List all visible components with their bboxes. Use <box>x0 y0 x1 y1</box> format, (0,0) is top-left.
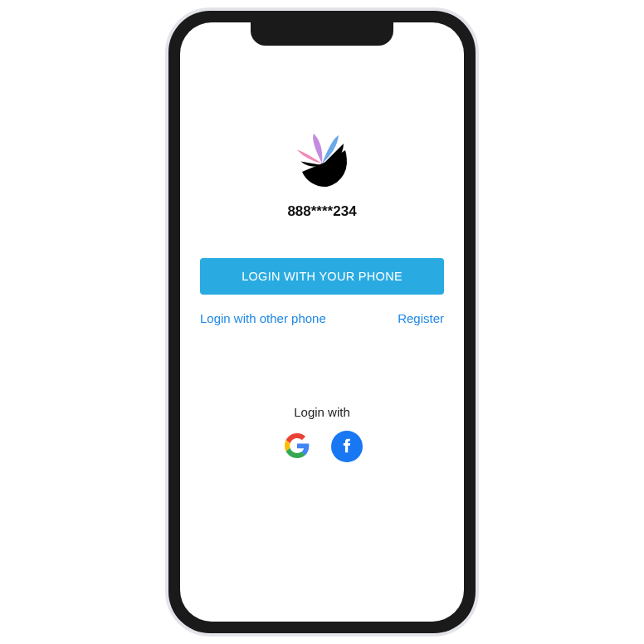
login-with-label: Login with <box>294 405 350 419</box>
app-logo <box>290 132 354 193</box>
masked-phone-number: 888****234 <box>287 203 356 220</box>
facebook-login-button[interactable] <box>331 431 363 462</box>
phone-bezel: 888****234 LOGIN WITH YOUR PHONE Login w… <box>168 11 476 633</box>
register-link[interactable]: Register <box>398 311 444 325</box>
login-with-phone-button[interactable]: LOGIN WITH YOUR PHONE <box>200 258 444 295</box>
secondary-links-row: Login with other phone Register <box>200 311 444 325</box>
facebook-icon <box>339 437 355 456</box>
phone-frame: 888****234 LOGIN WITH YOUR PHONE Login w… <box>165 7 479 637</box>
social-login-row <box>281 431 363 462</box>
google-login-button[interactable] <box>281 431 313 462</box>
phone-notch <box>251 22 393 46</box>
phone-screen: 888****234 LOGIN WITH YOUR PHONE Login w… <box>180 22 464 622</box>
login-other-phone-link[interactable]: Login with other phone <box>200 311 326 325</box>
google-icon <box>285 433 310 461</box>
login-content: 888****234 LOGIN WITH YOUR PHONE Login w… <box>180 22 464 462</box>
